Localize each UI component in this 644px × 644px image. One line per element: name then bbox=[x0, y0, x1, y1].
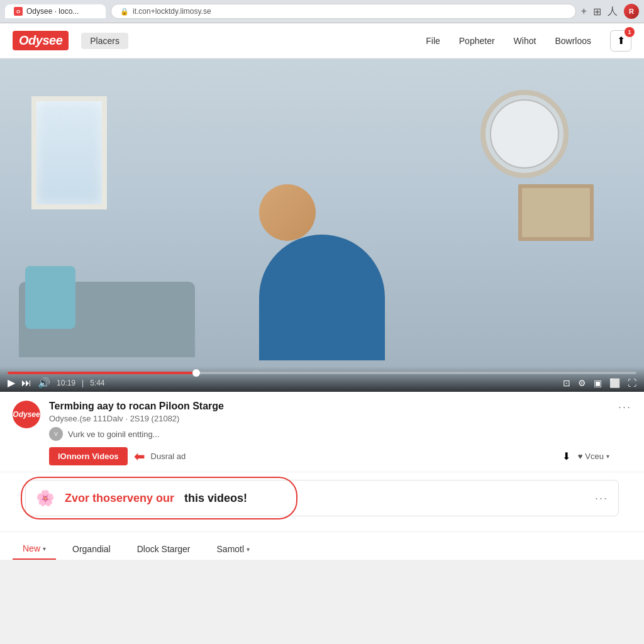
nav-link-file[interactable]: File bbox=[426, 36, 440, 46]
url-text: it.con+locktdy.limosy.se bbox=[133, 7, 211, 16]
browser-tab[interactable]: O Odysee · loco... bbox=[5, 4, 106, 18]
arrow-indicator: ⬅ bbox=[134, 449, 145, 464]
video-info-row: Odysee Termbing aay to rocan Piloon Star… bbox=[13, 401, 631, 465]
clock-face bbox=[490, 99, 559, 169]
nav-link-bowrloos[interactable]: Bowrloos bbox=[555, 36, 591, 46]
tab-samotl-chevron: ▾ bbox=[247, 546, 250, 553]
download-icon[interactable]: ⬇ bbox=[562, 450, 570, 462]
time-separator: | bbox=[82, 379, 84, 387]
browser-icons: + ⊞ 人 R bbox=[581, 4, 639, 19]
upload-button[interactable]: ⬆ 1 bbox=[610, 30, 631, 52]
subscribe-button[interactable]: lOnnorn Videos bbox=[49, 447, 128, 465]
settings-icon[interactable]: ⚙ bbox=[578, 378, 586, 388]
progress-bar[interactable] bbox=[8, 372, 636, 374]
time-total: 5:44 bbox=[90, 379, 104, 387]
tab-dlock[interactable]: Dlock Starger bbox=[127, 539, 201, 559]
lock-icon: 🔒 bbox=[120, 8, 129, 16]
promo-bar: 🌸 Zvor thoserveny our this videos! ··· bbox=[25, 480, 619, 516]
address-bar[interactable]: 🔒 it.con+locktdy.limosy.se bbox=[111, 4, 576, 19]
tab-samotl[interactable]: Samotl ▾ bbox=[207, 539, 260, 559]
nav-link-wihot[interactable]: Wihot bbox=[514, 36, 536, 46]
tab-new-chevron: ▾ bbox=[43, 545, 46, 552]
promo-text-red[interactable]: Zvor thoserveny our bbox=[65, 492, 174, 505]
video-meta: Termbing aay to rocan Piloon Starge Odys… bbox=[49, 401, 609, 465]
clock-frame bbox=[480, 90, 569, 178]
promo-section: 🌸 Zvor thoserveny our this videos! ··· bbox=[0, 472, 644, 524]
tab-organdial[interactable]: Organdial bbox=[62, 539, 121, 559]
theater-icon[interactable]: ⬜ bbox=[609, 378, 620, 388]
grid-icon[interactable]: ⊞ bbox=[593, 6, 601, 18]
desc-avatar-letter: V bbox=[54, 431, 58, 437]
video-player[interactable]: ▶ ⏭ 🔊 10:19 | 5:44 ⊡ ⚙ ▣ ⬜ ⛶ bbox=[0, 58, 644, 392]
video-description: V Vurk ve to goinil entting... bbox=[49, 427, 609, 441]
dusral-ad-button[interactable]: Dusral ad bbox=[151, 452, 186, 461]
sofa-cushion bbox=[25, 266, 75, 329]
browser-chrome: O Odysee · loco... 🔒 it.con+locktdy.limo… bbox=[0, 0, 644, 23]
person-head bbox=[259, 184, 316, 241]
ctrl-right: ⊡ ⚙ ▣ ⬜ ⛶ bbox=[563, 378, 636, 388]
person-icon[interactable]: 人 bbox=[608, 5, 618, 18]
tab-new[interactable]: New ▾ bbox=[13, 538, 56, 560]
tab-favicon: O bbox=[14, 7, 23, 16]
video-more-button[interactable]: ··· bbox=[618, 401, 631, 414]
page-content: Odysee Placers File Popheter Wihot Bowrl… bbox=[0, 23, 644, 560]
tabs-bar: New ▾ Organdial Dlock Starger Samotl ▾ bbox=[0, 531, 644, 560]
channel-name[interactable]: Odysee.(se bbox=[49, 414, 91, 423]
progress-fill bbox=[8, 372, 196, 374]
heart-icon: ♥ bbox=[578, 452, 583, 461]
tab-dlock-label: Dlock Starger bbox=[137, 544, 191, 554]
person-figure bbox=[259, 184, 385, 360]
video-controls: ▶ ⏭ 🔊 10:19 | 5:44 ⊡ ⚙ ▣ ⬜ ⛶ bbox=[0, 367, 644, 392]
promo-more-button[interactable]: ··· bbox=[595, 492, 608, 505]
like-label: Vceu bbox=[585, 452, 604, 461]
video-info: Odysee Termbing aay to rocan Piloon Star… bbox=[0, 392, 644, 472]
skip-button[interactable]: ⏭ bbox=[21, 378, 31, 388]
promo-icon: 🌸 bbox=[36, 489, 55, 507]
progress-dot bbox=[192, 369, 200, 377]
video-desc-text: Vurk ve to goinil entting... bbox=[68, 430, 160, 439]
navbar: Odysee Placers File Popheter Wihot Bowrl… bbox=[0, 23, 644, 58]
video-actions: lOnnorn Videos ⬅ Dusral ad ⬇ ♥ Vceu ▾ bbox=[49, 447, 609, 465]
captions-icon[interactable]: ⊡ bbox=[563, 378, 570, 388]
channel-meta: 111Dalv · 2S19 (21082) bbox=[93, 414, 179, 423]
time-current: 10:19 bbox=[57, 379, 75, 387]
plus-icon[interactable]: + bbox=[581, 6, 587, 17]
nav-links: File Popheter Wihot Bowrloos ⬆ 1 bbox=[426, 30, 631, 52]
video-thumbnail bbox=[0, 58, 644, 392]
window-element bbox=[31, 96, 107, 209]
desc-avatar: V bbox=[49, 427, 63, 441]
tab-title: Odysee · loco... bbox=[26, 7, 79, 16]
subscribe-arrow-icon: ⬅ bbox=[134, 449, 145, 464]
user-avatar[interactable]: R bbox=[624, 4, 639, 19]
tab-organdial-label: Organdial bbox=[72, 544, 111, 554]
upload-icon: ⬆ bbox=[617, 35, 625, 47]
like-button[interactable]: ♥ Vceu ▾ bbox=[578, 452, 609, 461]
notification-badge: 1 bbox=[625, 27, 635, 37]
volume-button[interactable]: 🔊 bbox=[38, 378, 50, 388]
promo-text-black: this videos! bbox=[184, 492, 247, 505]
tab-samotl-label: Samotl bbox=[217, 544, 245, 554]
controls-row: ▶ ⏭ 🔊 10:19 | 5:44 ⊡ ⚙ ▣ ⬜ ⛶ bbox=[8, 378, 636, 388]
right-actions: ⬇ ♥ Vceu ▾ bbox=[562, 450, 609, 462]
like-chevron: ▾ bbox=[606, 453, 609, 460]
person-body bbox=[259, 235, 385, 360]
video-subtitle: Odysee.(se 111Dalv · 2S19 (21082) bbox=[49, 414, 609, 423]
odysee-logo[interactable]: Odysee bbox=[13, 31, 69, 50]
tab-new-label: New bbox=[23, 543, 40, 553]
address-bar-row: 🔒 it.con+locktdy.limosy.se bbox=[111, 4, 576, 19]
channel-avatar[interactable]: Odysee bbox=[13, 401, 40, 428]
play-button[interactable]: ▶ bbox=[8, 378, 15, 388]
fullscreen-icon[interactable]: ⛶ bbox=[628, 378, 636, 388]
navbar-tab-placers[interactable]: Placers bbox=[81, 33, 128, 49]
miniplayer-icon[interactable]: ▣ bbox=[594, 378, 602, 388]
nav-link-popheter[interactable]: Popheter bbox=[459, 36, 495, 46]
picture-frame bbox=[518, 184, 594, 241]
video-title: Termbing aay to rocan Piloon Starge bbox=[49, 401, 609, 412]
